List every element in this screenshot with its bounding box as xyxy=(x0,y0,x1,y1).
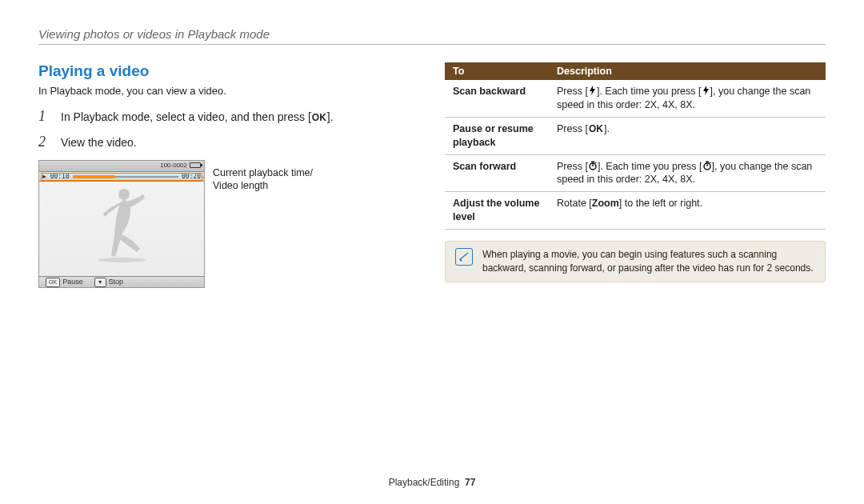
table-row: Scan forward Press []. Each time you pre… xyxy=(445,154,826,192)
pause-key-icon: OK xyxy=(46,278,60,287)
annotation-text: Current playback time/ Video length xyxy=(213,166,313,193)
screenshot-bottom-bar: OKPause ▼Stop xyxy=(39,276,204,287)
lead-text: In Playback mode, you can view a video. xyxy=(38,85,414,97)
step-1-pre: In Playback mode, select a video, and th… xyxy=(61,110,311,123)
table-cell-to: Adjust the volume level xyxy=(445,192,549,230)
zoom-label: Zoom xyxy=(592,198,619,209)
step-1-text: In Playback mode, select a video, and th… xyxy=(61,110,334,126)
annotation-line-2: Video length xyxy=(213,180,268,191)
svg-line-9 xyxy=(710,162,710,163)
left-column: Playing a video In Playback mode, you ca… xyxy=(38,62,414,288)
section-title: Playing a video xyxy=(38,62,414,80)
annotation-leader-line xyxy=(202,177,205,178)
progress-bar xyxy=(73,176,178,178)
page-footer: Playback/Editing 77 xyxy=(0,477,864,488)
annotation-line-1: Current playback time/ xyxy=(213,167,313,178)
table-cell-desc: Press []. Each time you press [], you ch… xyxy=(549,80,826,117)
svg-point-0 xyxy=(118,189,130,200)
step-number-2: 2 xyxy=(38,134,51,150)
screenshot-counter: 100-0002 xyxy=(160,162,187,169)
flash-icon xyxy=(588,86,597,98)
note-box: When playing a movie, you can begin usin… xyxy=(445,241,826,282)
step-1-post: ]. xyxy=(327,110,334,123)
video-screenshot: 100-0002 ▶ 00:10 00:20 xyxy=(38,160,205,288)
right-column: To Description Scan backward Press []. E… xyxy=(445,62,826,288)
note-text: When playing a movie, you can begin usin… xyxy=(482,248,815,275)
battery-icon xyxy=(190,162,201,168)
stop-key-icon: ▼ xyxy=(94,278,106,287)
table-row: Adjust the volume level Rotate [Zoom] to… xyxy=(445,192,826,230)
footer-section: Playback/Editing xyxy=(389,477,460,488)
ok-button-glyph: OK xyxy=(588,124,604,134)
ok-button-glyph: OK xyxy=(311,113,327,122)
step-2-text: View the video. xyxy=(61,135,137,151)
screenshot-status-bar: 100-0002 xyxy=(39,161,204,172)
footer-page-number: 77 xyxy=(465,477,475,488)
flash-icon xyxy=(702,86,710,98)
screenshot-progress-bar-row: ▶ 00:10 00:20 xyxy=(39,172,204,182)
table-cell-to: Pause or resume playback xyxy=(445,117,549,154)
horizontal-rule xyxy=(38,44,826,45)
playback-current-time: ▶ 00:10 xyxy=(42,173,70,180)
svg-point-1 xyxy=(98,258,146,262)
table-header-to: To xyxy=(445,62,549,80)
step-number-1: 1 xyxy=(38,108,51,125)
stop-label: Stop xyxy=(109,278,124,286)
table-header-description: Description xyxy=(549,62,826,80)
table-row: Pause or resume playback Press [OK]. xyxy=(445,117,826,154)
table-row: Scan backward Press []. Each time you pr… xyxy=(445,80,826,117)
timer-icon xyxy=(588,161,598,173)
table-cell-to: Scan backward xyxy=(445,80,549,117)
screenshot-canvas xyxy=(39,182,204,276)
table-cell-to: Scan forward xyxy=(445,154,549,192)
dancer-silhouette-icon xyxy=(86,185,158,265)
table-cell-desc: Press [OK]. xyxy=(549,117,826,154)
table-cell-desc: Press []. Each time you press [], you ch… xyxy=(549,154,826,192)
svg-line-5 xyxy=(595,162,596,163)
pause-label: Pause xyxy=(62,278,83,286)
note-icon xyxy=(455,248,473,266)
playback-total-time: 00:20 xyxy=(182,173,201,180)
table-cell-desc: Rotate [Zoom] to the left or right. xyxy=(549,192,826,230)
controls-table: To Description Scan backward Press []. E… xyxy=(445,62,826,230)
breadcrumb: Viewing photos or videos in Playback mod… xyxy=(38,27,826,41)
timer-icon xyxy=(702,161,712,173)
